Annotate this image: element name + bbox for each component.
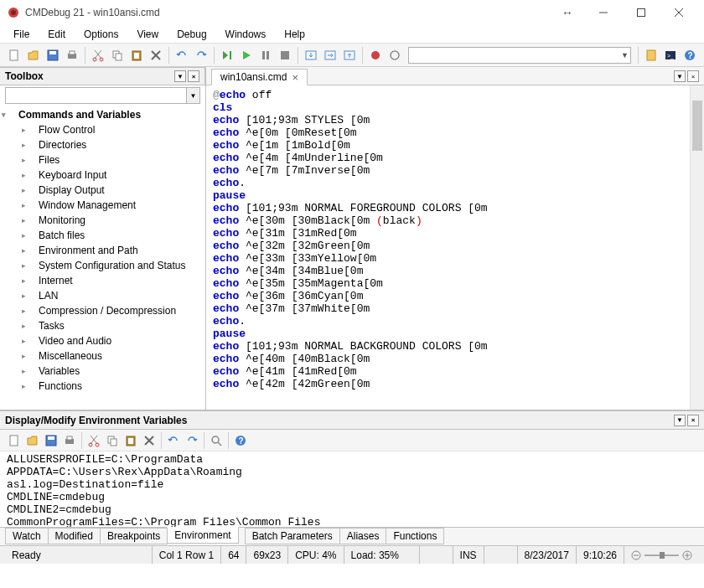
- status-size: 69x23: [246, 546, 287, 564]
- editor-dropdown-button[interactable]: ▼: [674, 70, 686, 82]
- env-paste-button[interactable]: [122, 431, 140, 450]
- bottom-tabs: WatchModifiedBreakpointsEnvironmentBatch…: [0, 527, 704, 545]
- svg-rect-16: [134, 53, 139, 59]
- env-dropdown-button[interactable]: ▼: [674, 415, 686, 426]
- tree-item[interactable]: ▸Functions: [0, 379, 205, 394]
- tree-item-label: Batch files: [39, 230, 85, 241]
- cut-button[interactable]: [89, 46, 107, 64]
- bookmark-button[interactable]: [642, 46, 660, 64]
- env-copy-button[interactable]: [103, 431, 122, 450]
- menu-help[interactable]: Help: [276, 27, 313, 42]
- status-pos: Col 1 Row 1: [152, 546, 220, 564]
- menu-windows[interactable]: Windows: [217, 27, 275, 42]
- help-button[interactable]: ?: [681, 46, 699, 64]
- drag-icon: ↔: [551, 6, 584, 19]
- zoom-slider[interactable]: [624, 546, 699, 564]
- chevron-right-icon: ▸: [22, 231, 32, 240]
- tree-item[interactable]: ▸Display Output: [0, 183, 205, 198]
- close-button[interactable]: [660, 1, 697, 24]
- pause-button[interactable]: [256, 46, 275, 64]
- pane-close-button[interactable]: ×: [188, 70, 199, 82]
- save-button[interactable]: [44, 46, 62, 64]
- paste-button[interactable]: [127, 46, 146, 64]
- bottom-tab-batch-parameters[interactable]: Batch Parameters: [245, 528, 340, 544]
- toolbox-search-input[interactable]: [5, 87, 187, 104]
- tree-item[interactable]: ▸Miscellaneous: [0, 348, 205, 364]
- tree-item[interactable]: ▸Environment and Path: [0, 243, 205, 258]
- step-over-button[interactable]: [321, 46, 339, 64]
- tree-item[interactable]: ▸Directories: [0, 137, 205, 152]
- editor-tab[interactable]: win10ansi.cmd ×: [211, 69, 308, 85]
- menu-debug[interactable]: Debug: [168, 27, 215, 42]
- bottom-tab-functions[interactable]: Functions: [386, 528, 444, 544]
- status-cpu: CPU: 4%: [287, 546, 343, 564]
- bottom-tab-breakpoints[interactable]: Breakpoints: [100, 528, 168, 544]
- env-help-button[interactable]: ?: [231, 431, 250, 450]
- tree-item[interactable]: ▸Variables: [0, 364, 205, 379]
- tree-item[interactable]: ▸LAN: [0, 288, 205, 303]
- chevron-right-icon: ▸: [22, 337, 32, 345]
- bottom-tab-aliases[interactable]: Aliases: [339, 528, 387, 544]
- env-redo-button[interactable]: [183, 431, 201, 450]
- terminal-button[interactable]: >_: [661, 46, 680, 64]
- code-editor[interactable]: @echo off cls echo [101;93m STYLES [0m e…: [206, 85, 704, 410]
- copy-button[interactable]: [108, 46, 127, 64]
- minimize-button[interactable]: [584, 1, 622, 24]
- toolbox-search-dropdown[interactable]: ▼: [187, 87, 200, 104]
- run-to-cursor-button[interactable]: [218, 46, 236, 64]
- record-off-button[interactable]: [386, 46, 404, 64]
- tree-item[interactable]: ▸Internet: [0, 273, 205, 288]
- menu-edit[interactable]: Edit: [39, 27, 74, 42]
- env-undo-button[interactable]: [164, 431, 183, 450]
- svg-rect-43: [128, 438, 133, 444]
- main-toolbar: ▼ >_ ?: [0, 44, 704, 67]
- stop-button[interactable]: [276, 46, 294, 64]
- tree-item[interactable]: ▸System Configuration and Status: [0, 258, 205, 273]
- search-combo[interactable]: ▼: [408, 47, 631, 64]
- step-out-button[interactable]: [340, 46, 359, 64]
- editor-close-button[interactable]: ×: [687, 70, 699, 82]
- env-cut-button[interactable]: [85, 431, 103, 450]
- run-button[interactable]: [237, 46, 256, 64]
- env-save-button[interactable]: [42, 431, 60, 450]
- print-button[interactable]: [63, 46, 81, 64]
- env-find-button[interactable]: [207, 431, 225, 450]
- tree-item[interactable]: ▸Monitoring: [0, 213, 205, 228]
- chevron-right-icon: ▸: [22, 367, 32, 375]
- tree-item[interactable]: ▸Tasks: [0, 318, 205, 333]
- new-button[interactable]: [5, 46, 23, 64]
- tab-close-icon[interactable]: ×: [292, 72, 298, 83]
- tree-item[interactable]: ▸Batch files: [0, 228, 205, 243]
- tree-item[interactable]: ▸Video and Audio: [0, 333, 205, 348]
- toolbox-tree[interactable]: ▾ Commands and Variables ▸Flow Control▸D…: [0, 106, 205, 410]
- bottom-tab-watch[interactable]: Watch: [5, 528, 49, 544]
- tree-item[interactable]: ▸Files: [0, 152, 205, 168]
- undo-button[interactable]: [173, 46, 191, 64]
- env-print-button[interactable]: [60, 431, 79, 450]
- vertical-scrollbar[interactable]: [690, 85, 704, 410]
- bottom-tab-modified[interactable]: Modified: [48, 528, 101, 544]
- open-button[interactable]: [24, 46, 43, 64]
- env-text[interactable]: ALLUSERSPROFILE=C:\ProgramData APPDATA=C…: [0, 451, 704, 527]
- redo-button[interactable]: [192, 46, 210, 64]
- env-open-button[interactable]: [23, 431, 42, 450]
- chevron-right-icon: ▸: [22, 141, 32, 149]
- record-button[interactable]: [366, 46, 385, 64]
- env-new-button[interactable]: [5, 431, 23, 450]
- pane-dropdown-button[interactable]: ▼: [174, 70, 186, 82]
- tree-item[interactable]: ▸Flow Control: [0, 122, 205, 137]
- step-into-button[interactable]: [302, 46, 320, 64]
- delete-button[interactable]: [147, 46, 165, 64]
- env-close-button[interactable]: ×: [687, 415, 699, 426]
- maximize-button[interactable]: [622, 1, 660, 24]
- bottom-tab-environment[interactable]: Environment: [167, 527, 238, 544]
- env-delete-button[interactable]: [140, 431, 158, 450]
- tree-item-label: Internet: [39, 275, 73, 286]
- menu-options[interactable]: Options: [75, 27, 127, 42]
- tree-item[interactable]: ▸Window Management: [0, 198, 205, 213]
- tree-item[interactable]: ▸Keyboard Input: [0, 168, 205, 183]
- menu-view[interactable]: View: [128, 27, 167, 42]
- tree-item[interactable]: ▸Compression / Decompression: [0, 303, 205, 318]
- menu-file[interactable]: File: [5, 27, 38, 42]
- tree-root[interactable]: ▾ Commands and Variables: [0, 107, 205, 122]
